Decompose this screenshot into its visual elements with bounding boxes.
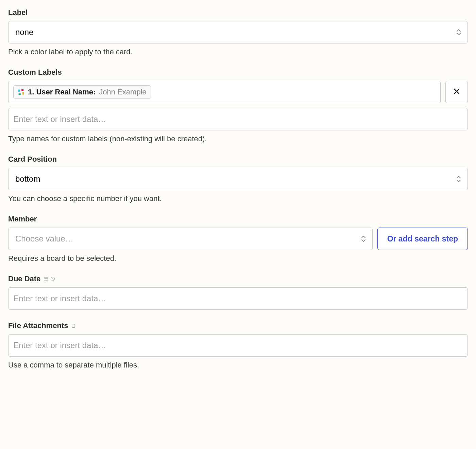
- label-select-value: none: [15, 28, 33, 37]
- calendar-icon: [43, 276, 49, 282]
- pill-prefix: 1. User Real Name:: [28, 88, 96, 96]
- due-date-title-text: Due Date: [8, 274, 40, 283]
- label-help: Pick a color label to apply to the card.: [8, 48, 468, 56]
- custom-labels-help: Type names for custom labels (non-existi…: [8, 134, 468, 143]
- card-position-title: Card Position: [8, 155, 468, 164]
- chevron-updown-icon: [456, 29, 461, 36]
- custom-labels-field: Custom Labels 1. User Real Name: John Ex…: [8, 68, 468, 143]
- due-date-field: Due Date Enter text or insert data…: [8, 274, 468, 310]
- member-help: Requires a board to be selected.: [8, 254, 468, 263]
- close-icon: [453, 87, 460, 97]
- pill-example: John Example: [99, 88, 146, 96]
- label-title: Label: [8, 8, 468, 17]
- add-search-step-label: Or add search step: [387, 234, 458, 244]
- card-position-select[interactable]: bottom: [8, 168, 468, 190]
- file-attachments-help: Use a comma to separate multiple files.: [8, 361, 468, 370]
- file-attachments-input[interactable]: Enter text or insert data…: [8, 334, 468, 357]
- member-select[interactable]: Choose value…: [8, 228, 373, 250]
- card-position-field: Card Position bottom You can choose a sp…: [8, 155, 468, 203]
- svg-rect-0: [44, 277, 48, 281]
- remove-custom-label-button[interactable]: [445, 81, 468, 103]
- file-icon: [71, 323, 76, 328]
- due-date-input[interactable]: Enter text or insert data…: [8, 287, 468, 310]
- file-attachments-title: File Attachments: [8, 321, 468, 330]
- slack-icon: [18, 89, 24, 95]
- custom-labels-input-2[interactable]: Enter text or insert data…: [8, 108, 468, 130]
- file-attachments-title-text: File Attachments: [8, 321, 68, 330]
- file-attachments-field: File Attachments Enter text or insert da…: [8, 321, 468, 370]
- chevron-updown-icon: [456, 176, 461, 182]
- clock-icon: [50, 276, 55, 282]
- chevron-updown-icon: [361, 235, 366, 242]
- file-attachments-placeholder: Enter text or insert data…: [13, 341, 106, 350]
- member-field: Member Choose value… Or add search step …: [8, 215, 468, 263]
- card-position-help: You can choose a specific number if you …: [8, 194, 468, 203]
- member-placeholder: Choose value…: [15, 234, 73, 244]
- card-position-value: bottom: [15, 174, 40, 184]
- label-select[interactable]: none: [8, 21, 468, 43]
- due-date-title: Due Date: [8, 274, 468, 283]
- user-real-name-pill[interactable]: 1. User Real Name: John Example: [13, 85, 151, 99]
- member-title: Member: [8, 215, 468, 223]
- custom-labels-title: Custom Labels: [8, 68, 468, 77]
- custom-labels-placeholder: Enter text or insert data…: [13, 114, 106, 124]
- add-search-step-button[interactable]: Or add search step: [377, 228, 468, 250]
- label-field: Label none Pick a color label to apply t…: [8, 8, 468, 56]
- custom-labels-input-1[interactable]: 1. User Real Name: John Example: [8, 81, 441, 103]
- due-date-placeholder: Enter text or insert data…: [13, 294, 106, 303]
